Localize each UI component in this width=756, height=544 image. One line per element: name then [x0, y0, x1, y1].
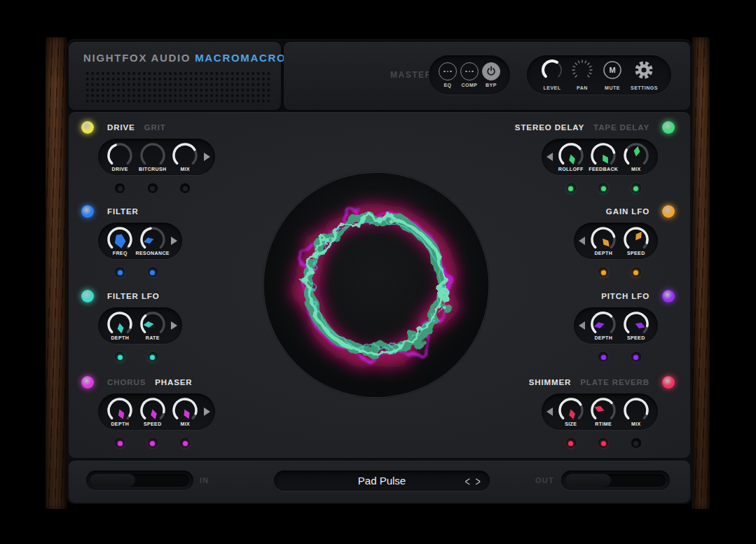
- filter-lfo-led-row: [98, 352, 183, 362]
- shimmer-knob-mix[interactable]: MIX: [620, 397, 653, 426]
- pitch-lfo-expand-arrow[interactable]: [579, 321, 585, 330]
- knob-graphic: [621, 226, 652, 253]
- filter-expand-arrow[interactable]: [171, 237, 177, 245]
- master-knob-pill: LEVEL PAN M MUTE SETTINGS: [527, 55, 671, 95]
- drive-knob-bitcrush[interactable]: BITCRUSH: [137, 142, 170, 172]
- stereo-delay-knob-rolloff[interactable]: ROLLOFF: [555, 142, 588, 172]
- filter-mini-led-2[interactable]: [148, 267, 158, 277]
- pitch-lfo-mini-led-2[interactable]: [631, 352, 641, 362]
- level-knob-graphic: [540, 60, 564, 83]
- chorus-mini-led-1[interactable]: [115, 438, 125, 448]
- filter-led-indicator: [81, 205, 94, 218]
- chevron-right-icon[interactable]: >: [475, 473, 480, 489]
- chorus-expand-arrow[interactable]: [204, 407, 210, 416]
- pitch-lfo-knob-speed[interactable]: SPEED: [620, 311, 653, 340]
- filter-lfo-knob-rate[interactable]: RATE: [137, 311, 170, 340]
- filter-knob-resonance[interactable]: RESONANCE: [137, 226, 170, 256]
- gain-lfo-knob-depth[interactable]: DEPTH: [587, 226, 620, 256]
- drive-expand-arrow[interactable]: [204, 153, 210, 161]
- filter-knob-pill: FREQRESONANCE: [98, 223, 182, 259]
- comp-button[interactable]: COMP: [460, 62, 479, 88]
- shimmer-led-row: [541, 438, 658, 448]
- drive-mini-led-1[interactable]: [115, 183, 125, 193]
- shimmer-mini-led-3[interactable]: [631, 438, 641, 448]
- drive-mini-led-3[interactable]: [180, 183, 190, 193]
- knob-graphic: [588, 311, 619, 337]
- stereo-delay-mini-led-3[interactable]: [631, 183, 641, 193]
- gain-lfo-led-indicator: [662, 205, 675, 218]
- drive-tab-0[interactable]: DRIVE: [107, 123, 135, 132]
- pan-knob[interactable]: PAN: [570, 60, 594, 90]
- pitch-lfo-tab-0[interactable]: PITCH LFO: [601, 292, 650, 300]
- knob-graphic: [104, 142, 135, 169]
- drive-mini-led-2[interactable]: [148, 183, 158, 193]
- pan-knob-graphic: [570, 60, 594, 83]
- knob-graphic: [104, 226, 135, 253]
- preset-selector[interactable]: Pad Pulse < >: [274, 470, 490, 491]
- stereo-delay-tab-0[interactable]: STEREO DELAY: [515, 123, 584, 132]
- knob-label: BITCRUSH: [139, 167, 166, 172]
- gain-lfo-mini-led-2[interactable]: [631, 267, 641, 277]
- drive-knob-drive[interactable]: DRIVE: [104, 142, 137, 172]
- chorus-knob-depth[interactable]: DEPTH: [104, 397, 137, 426]
- output-gain-fader[interactable]: [561, 470, 670, 490]
- reactor-visualizer: [257, 166, 495, 404]
- shimmer-knob-rtime[interactable]: RTIME: [587, 397, 620, 426]
- eq-button[interactable]: EQ: [439, 62, 457, 88]
- shimmer-knob-size[interactable]: SIZE: [555, 397, 588, 426]
- mute-label: MUTE: [605, 85, 620, 90]
- device-chassis: NIGHTFOX AUDIO MACROMACRO MASTER EQ: [46, 37, 710, 509]
- chevron-left-icon[interactable]: <: [465, 473, 469, 489]
- chorus-mini-led-2[interactable]: [148, 438, 158, 448]
- gain-lfo-tab-0[interactable]: GAIN LFO: [606, 207, 650, 216]
- filter-lfo-mini-led-2[interactable]: [148, 352, 158, 362]
- gain-lfo-mini-led-1[interactable]: [598, 267, 608, 277]
- mute-button[interactable]: M MUTE: [600, 60, 624, 90]
- stereo-delay-expand-arrow[interactable]: [547, 153, 553, 161]
- stereo-delay-mini-led-2[interactable]: [598, 183, 608, 193]
- shimmer-expand-arrow[interactable]: [547, 407, 553, 416]
- knob-graphic: [588, 142, 619, 169]
- pitch-lfo-knob-depth[interactable]: DEPTH: [587, 311, 620, 340]
- drive-header: DRIVEGRIT: [81, 120, 166, 134]
- filter-lfo-knob-depth[interactable]: DEPTH: [104, 311, 137, 340]
- pitch-lfo-mini-led-1[interactable]: [598, 352, 608, 362]
- knob-label: ROLLOFF: [558, 167, 584, 172]
- level-knob[interactable]: LEVEL: [540, 60, 564, 90]
- input-gain-fader[interactable]: [86, 470, 193, 490]
- filter-lfo-tab-0[interactable]: FILTER LFO: [107, 292, 160, 300]
- filter-mini-led-1[interactable]: [115, 267, 125, 277]
- chorus-knob-mix[interactable]: MIX: [169, 397, 202, 426]
- wood-rail-left: [46, 37, 67, 509]
- filter-lfo-expand-arrow[interactable]: [171, 321, 177, 330]
- knob-label: DEPTH: [111, 335, 129, 340]
- filter-tab-0[interactable]: FILTER: [107, 207, 139, 216]
- filter-knob-freq[interactable]: FREQ: [104, 226, 137, 256]
- stereo-delay-mini-led-1[interactable]: [566, 183, 576, 193]
- stereo-delay-knob-mix[interactable]: MIX: [620, 142, 653, 172]
- knob-label: MIX: [631, 421, 641, 426]
- stereo-delay-knob-pill: ROLLOFFFEEDBACKMIX: [542, 139, 659, 175]
- chorus-knob-speed[interactable]: SPEED: [137, 397, 170, 426]
- drive-tab-1[interactable]: GRIT: [144, 123, 166, 132]
- stereo-delay-tab-1[interactable]: TAPE DELAY: [593, 123, 650, 132]
- chorus-mini-led-3[interactable]: [180, 438, 190, 448]
- chorus-tab-0[interactable]: CHORUS: [107, 378, 146, 386]
- gain-lfo-expand-arrow[interactable]: [579, 237, 585, 245]
- chorus-knob-pill: DEPTHSPEEDMIX: [98, 393, 215, 430]
- filter-header: FILTER: [81, 204, 139, 218]
- shimmer-mini-led-2[interactable]: [598, 438, 608, 448]
- output-label: OUT: [535, 476, 554, 484]
- knob-graphic: [621, 142, 652, 169]
- stereo-delay-knob-feedback[interactable]: FEEDBACK: [587, 142, 620, 172]
- chorus-tab-1[interactable]: PHASER: [155, 378, 192, 386]
- settings-button[interactable]: SETTINGS: [631, 60, 658, 90]
- shimmer-tab-0[interactable]: SHIMMER: [529, 378, 572, 386]
- plugin-window: NIGHTFOX AUDIO MACROMACRO MASTER EQ: [0, 0, 756, 544]
- bypass-button[interactable]: BYP: [482, 62, 500, 88]
- gain-lfo-knob-speed[interactable]: SPEED: [620, 226, 653, 256]
- filter-lfo-mini-led-1[interactable]: [115, 352, 125, 362]
- shimmer-tab-1[interactable]: PLATE REVERB: [580, 378, 650, 386]
- drive-knob-mix[interactable]: MIX: [169, 142, 202, 172]
- shimmer-mini-led-1[interactable]: [566, 438, 576, 448]
